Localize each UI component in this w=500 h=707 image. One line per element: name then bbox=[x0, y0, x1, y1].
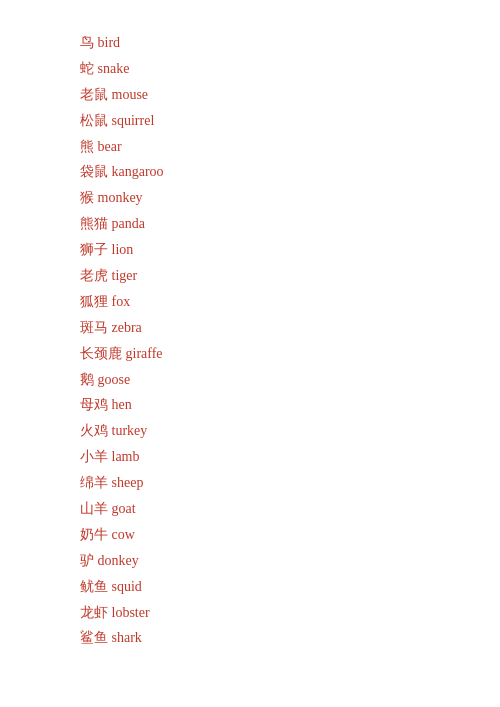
list-item: 奶牛 cow bbox=[80, 522, 420, 548]
list-item: 鲨鱼 shark bbox=[80, 625, 420, 651]
list-item: 蛇 snake bbox=[80, 56, 420, 82]
list-item: 熊猫 panda bbox=[80, 211, 420, 237]
list-item: 山羊 goat bbox=[80, 496, 420, 522]
list-item: 熊 bear bbox=[80, 134, 420, 160]
list-item: 斑马 zebra bbox=[80, 315, 420, 341]
list-item: 猴 monkey bbox=[80, 185, 420, 211]
list-item: 小羊 lamb bbox=[80, 444, 420, 470]
animal-list: 鸟 bird蛇 snake老鼠 mouse松鼠 squirrel熊 bear袋鼠… bbox=[0, 0, 500, 681]
list-item: 袋鼠 kangaroo bbox=[80, 159, 420, 185]
list-item: 母鸡 hen bbox=[80, 392, 420, 418]
list-item: 长颈鹿 giraffe bbox=[80, 341, 420, 367]
list-item: 绵羊 sheep bbox=[80, 470, 420, 496]
list-item: 鱿鱼 squid bbox=[80, 574, 420, 600]
list-item: 狮子 lion bbox=[80, 237, 420, 263]
list-item: 狐狸 fox bbox=[80, 289, 420, 315]
list-item: 鸟 bird bbox=[80, 30, 420, 56]
list-item: 驴 donkey bbox=[80, 548, 420, 574]
list-item: 老虎 tiger bbox=[80, 263, 420, 289]
list-item: 老鼠 mouse bbox=[80, 82, 420, 108]
list-item: 龙虾 lobster bbox=[80, 600, 420, 626]
list-item: 松鼠 squirrel bbox=[80, 108, 420, 134]
list-item: 火鸡 turkey bbox=[80, 418, 420, 444]
list-item: 鹅 goose bbox=[80, 367, 420, 393]
